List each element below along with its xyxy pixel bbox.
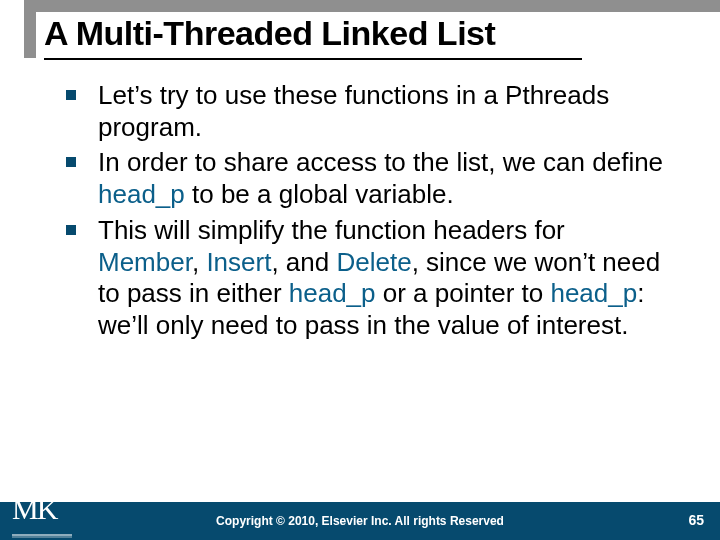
keyword-text: Insert [206,247,271,277]
square-bullet-icon [66,225,76,235]
list-item: In order to share access to the list, we… [60,147,670,210]
list-item: Let’s try to use these functions in a Pt… [60,80,670,143]
slide: A Multi-Threaded Linked List Let’s try t… [0,0,720,540]
body-text: Let’s try to use these functions in a Pt… [98,80,609,142]
title-decor-left [24,0,36,58]
title-decor-top [24,0,720,12]
footer-bar: MK Copyright © 2010, Elsevier Inc. All r… [0,502,720,540]
body-text: In order to share access to the list, we… [98,147,663,177]
square-bullet-icon [66,157,76,167]
list-item: This will simplify the function headers … [60,215,670,342]
square-bullet-icon [66,90,76,100]
keyword-text: Delete [336,247,411,277]
bullet-list: Let’s try to use these functions in a Pt… [60,80,670,342]
body-text: , [192,247,206,277]
body-text: , and [271,247,336,277]
body-text: or a pointer to [376,278,551,308]
copyright-text: Copyright © 2010, Elsevier Inc. All righ… [0,514,720,528]
keyword-text: Member [98,247,192,277]
keyword-text: head_p [550,278,637,308]
page-number: 65 [688,512,704,528]
body-text: This will simplify the function headers … [98,215,565,245]
body-text: to be a global variable. [185,179,454,209]
slide-body: Let’s try to use these functions in a Pt… [60,80,670,346]
keyword-text: head_p [289,278,376,308]
title-underline [44,58,582,60]
keyword-text: head_p [98,179,185,209]
logo-underline-2 [12,536,72,538]
slide-title: A Multi-Threaded Linked List [44,14,495,53]
